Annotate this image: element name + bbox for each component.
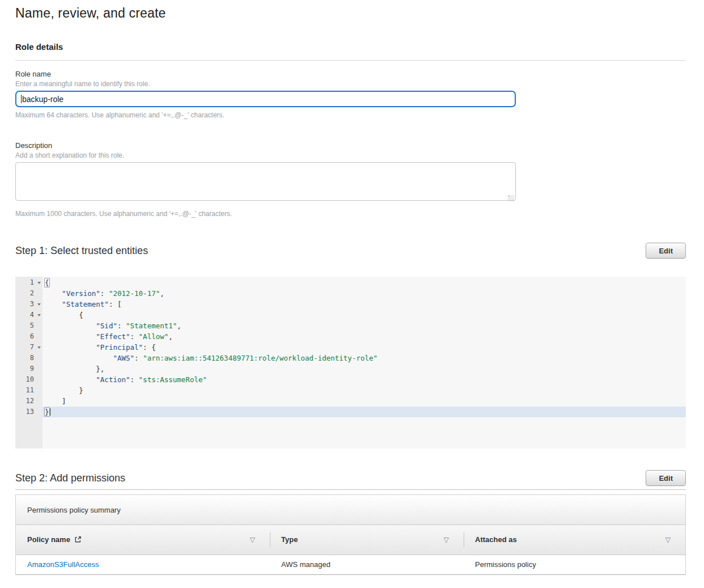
permissions-summary-title: Permissions policy summary [16,495,685,525]
column-header-policy-name[interactable]: Policy name▽ [16,525,270,555]
step2-heading: Step 2: Add permissions [15,472,125,484]
table-row: AmazonS3FullAccessAWS managedPermissions… [16,555,685,574]
code-line[interactable]: "Effect": "Allow", [43,331,686,342]
editor-gutter: 12345678910111213 [15,277,43,449]
code-line[interactable]: "Statement": [ [43,299,686,310]
code-line[interactable]: "AWS": "arn:aws:iam::541263489771:role/w… [43,353,686,363]
code-line[interactable]: "Version": "2012-10-17", [43,288,686,299]
code-line[interactable]: { [43,310,686,320]
line-number: 2 [15,288,43,299]
step2-divider [15,489,686,490]
role-details-heading: Role details [15,42,686,52]
filter-dropdown-icon[interactable]: ▽ [444,536,449,544]
filter-dropdown-icon[interactable]: ▽ [665,536,671,544]
attached-as-cell: Permissions policy [464,555,685,574]
line-number: 13 [15,407,43,417]
fold-toggle-icon[interactable] [37,282,41,284]
trust-policy-editor[interactable]: 12345678910111213 { "Version": "2012-10-… [15,277,686,449]
role-name-label: Role name [15,70,686,78]
code-line[interactable]: } [43,407,686,417]
code-line[interactable]: } [43,385,686,396]
step2-edit-button[interactable]: Edit [646,470,686,486]
code-line[interactable]: "Sid": "Statement1", [43,320,686,331]
policy-name-link[interactable]: AmazonS3FullAccess [27,560,99,569]
line-number: 9 [15,363,43,374]
line-number: 10 [15,374,43,385]
filter-dropdown-icon[interactable]: ▽ [250,536,255,544]
line-number: 12 [15,396,43,407]
fold-toggle-icon[interactable] [37,314,41,316]
fold-toggle-icon[interactable] [37,346,41,349]
code-line[interactable]: "Principal": { [43,342,686,353]
role-name-input[interactable] [15,91,516,107]
column-label: Attached as [475,535,517,544]
column-label: Type [281,535,298,544]
editor-code[interactable]: { "Version": "2012-10-17", "Statement": … [43,277,686,449]
editor-cursor [50,408,50,416]
section-divider [15,60,686,61]
role-name-hint: Enter a meaningful name to identify this… [15,80,686,88]
line-number: 7 [15,342,43,353]
line-number: 1 [15,277,43,288]
code-line[interactable]: { [43,277,686,288]
text-cursor [21,95,22,103]
line-number: 11 [15,385,43,396]
column-header-type[interactable]: Type▽ [270,525,464,555]
policy-type-cell: AWS managed [270,555,464,574]
external-link-icon [74,536,82,543]
step1-edit-button[interactable]: Edit [646,243,686,259]
column-header-attached-as[interactable]: Attached as▽ [464,525,685,555]
code-line[interactable]: ] [43,396,686,407]
line-number: 8 [15,353,43,363]
code-line[interactable]: "Action": "sts:AssumeRole" [43,374,686,385]
role-name-constraint: Maximum 64 characters. Use alphanumeric … [15,111,686,119]
permissions-table: Policy name▽Type▽Attached as▽ AmazonS3Fu… [16,525,685,575]
page-container: Name, review, and create Role details Ro… [15,6,686,575]
fold-toggle-icon[interactable] [37,303,41,306]
line-number: 5 [15,320,43,331]
description-label: Description [15,141,686,150]
line-number: 6 [15,331,43,342]
description-constraint: Maximum 1000 characters. Use alphanumeri… [15,210,686,218]
description-textarea[interactable] [15,162,516,201]
column-label: Policy name [27,535,70,544]
line-number: 4 [15,310,43,320]
step1-heading: Step 1: Select trusted entities [15,245,148,257]
code-line[interactable]: }, [43,363,686,374]
line-number: 3 [15,299,43,310]
page-title: Name, review, and create [15,6,686,21]
description-hint: Add a short explanation for this role. [15,151,686,159]
permissions-summary-panel: Permissions policy summary Policy name▽T… [15,494,686,575]
